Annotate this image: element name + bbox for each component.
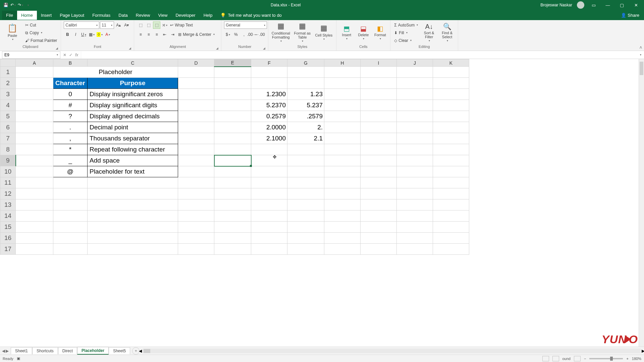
cell[interactable]: [361, 67, 397, 78]
cell[interactable]: [251, 177, 287, 188]
macro-record-icon[interactable]: ▣: [17, 356, 20, 361]
accounting-format-icon[interactable]: $▾: [224, 31, 231, 38]
cell[interactable]: [324, 188, 361, 199]
cell[interactable]: [324, 111, 361, 122]
row-hdr[interactable]: 3: [0, 89, 16, 100]
sort-filter-button[interactable]: A↓Sort & Filter▾: [421, 21, 437, 44]
row-hdr[interactable]: 15: [0, 222, 16, 233]
cell[interactable]: [433, 67, 469, 78]
cell[interactable]: [324, 155, 361, 166]
row-hdr[interactable]: 4: [0, 100, 16, 111]
cell[interactable]: [178, 233, 214, 244]
cell[interactable]: [53, 244, 88, 255]
cell[interactable]: [397, 188, 433, 199]
cell[interactable]: [287, 177, 324, 188]
cell[interactable]: [178, 78, 214, 89]
cell[interactable]: [88, 233, 178, 244]
cell[interactable]: [214, 244, 251, 255]
cell[interactable]: [214, 199, 251, 210]
cell[interactable]: [361, 144, 397, 155]
format-as-table-button[interactable]: ▦Format as Table▾: [292, 21, 312, 44]
redo-icon[interactable]: ↷▾: [17, 2, 23, 8]
cell[interactable]: Display insignificant zeros: [88, 89, 178, 100]
indent-increase-icon[interactable]: ⇥: [169, 31, 176, 38]
cell[interactable]: [433, 89, 469, 100]
cell[interactable]: [178, 244, 214, 255]
cell[interactable]: [16, 122, 53, 133]
col-hdr[interactable]: D: [178, 59, 214, 67]
cell[interactable]: [324, 244, 361, 255]
cell[interactable]: [214, 166, 251, 177]
cell[interactable]: [88, 188, 178, 199]
cell[interactable]: [361, 78, 397, 89]
cell[interactable]: [324, 233, 361, 244]
cell[interactable]: [214, 100, 251, 111]
cell[interactable]: 2.: [287, 122, 324, 133]
vertical-scrollbar[interactable]: [639, 59, 644, 347]
cell[interactable]: #: [53, 100, 88, 111]
cell[interactable]: [397, 199, 433, 210]
cell[interactable]: [433, 133, 469, 144]
cell[interactable]: [361, 233, 397, 244]
cell[interactable]: [287, 155, 324, 166]
autosum-button[interactable]: ΣAutoSum▾: [393, 21, 419, 28]
tell-me-input[interactable]: Tell me what you want to do: [228, 13, 281, 18]
cell[interactable]: Character: [53, 78, 88, 89]
tab-developer[interactable]: Developer: [171, 11, 199, 20]
formula-input[interactable]: [81, 51, 639, 59]
cell[interactable]: [324, 67, 361, 78]
cell[interactable]: [53, 177, 88, 188]
row-hdr[interactable]: 11: [0, 177, 16, 188]
cell[interactable]: 5.2370: [251, 100, 287, 111]
cell[interactable]: [16, 133, 53, 144]
cell[interactable]: [16, 89, 53, 100]
cell[interactable]: [287, 188, 324, 199]
cell[interactable]: [214, 233, 251, 244]
cell[interactable]: [214, 188, 251, 199]
col-hdr[interactable]: B: [53, 59, 88, 67]
cancel-formula-icon[interactable]: ✕: [63, 53, 66, 57]
expand-formula-bar-icon[interactable]: ▾: [640, 53, 644, 56]
cell[interactable]: [214, 155, 251, 166]
sheet-nav-prev-icon[interactable]: ◀: [2, 349, 5, 353]
cell[interactable]: [397, 244, 433, 255]
cell[interactable]: [214, 89, 251, 100]
cell[interactable]: [433, 233, 469, 244]
cell[interactable]: [361, 188, 397, 199]
cell[interactable]: Placeholder: [53, 67, 178, 78]
cell[interactable]: [433, 78, 469, 89]
col-hdr[interactable]: E: [214, 59, 251, 67]
row-hdr[interactable]: 13: [0, 199, 16, 210]
cell[interactable]: [324, 199, 361, 210]
cell[interactable]: [433, 166, 469, 177]
align-right-icon[interactable]: ≡: [153, 31, 160, 38]
cell[interactable]: [287, 199, 324, 210]
cell[interactable]: [178, 144, 214, 155]
tab-review[interactable]: Review: [132, 11, 154, 20]
cell[interactable]: [433, 210, 469, 222]
save-icon[interactable]: 💾: [3, 2, 9, 8]
cell[interactable]: 0.2579: [251, 111, 287, 122]
border-button[interactable]: ▦▾: [88, 31, 95, 38]
row-hdr[interactable]: 9: [0, 155, 16, 166]
fill-color-button[interactable]: ◊▾: [96, 31, 103, 38]
maximize-icon[interactable]: ▢: [617, 3, 627, 8]
cell[interactable]: [433, 111, 469, 122]
increase-decimal-icon[interactable]: .00→: [248, 31, 256, 38]
cell[interactable]: [16, 244, 53, 255]
cell[interactable]: 2.0000: [251, 122, 287, 133]
cell[interactable]: [433, 222, 469, 233]
cell[interactable]: [251, 244, 287, 255]
cell[interactable]: [433, 155, 469, 166]
decrease-decimal-icon[interactable]: ←.00: [256, 31, 264, 38]
cell[interactable]: .: [53, 122, 88, 133]
delete-cells-button[interactable]: ⬓Delete▾: [356, 21, 371, 44]
cell[interactable]: [397, 177, 433, 188]
cell[interactable]: _: [53, 155, 88, 166]
cell[interactable]: [88, 177, 178, 188]
cell[interactable]: [361, 166, 397, 177]
cell[interactable]: [361, 222, 397, 233]
page-break-view-icon[interactable]: [574, 356, 581, 361]
cell[interactable]: [16, 155, 53, 166]
cell[interactable]: Placeholder for text: [88, 166, 178, 177]
